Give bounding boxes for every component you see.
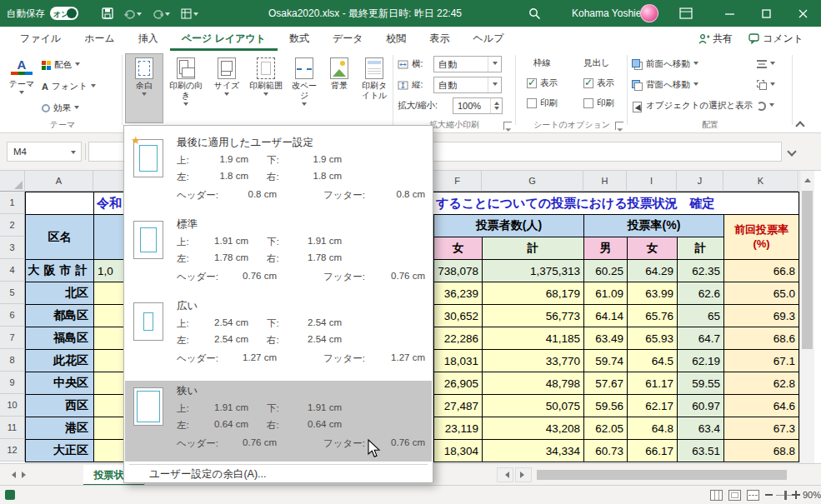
row-header[interactable]: 12 (0, 439, 25, 462)
column-header-J[interactable]: J (677, 171, 723, 192)
selection-pane-button[interactable]: オブジェクトの選択と表示 (632, 97, 753, 115)
cell-district[interactable]: 都島区 (26, 305, 94, 327)
headings-print-checkbox[interactable]: 印刷 (583, 94, 614, 112)
share-button[interactable]: 共有 (698, 27, 733, 51)
cell-value[interactable]: 23,119 (434, 417, 483, 440)
chevron-down-icon[interactable] (488, 77, 501, 92)
header-total[interactable]: 計 (483, 237, 584, 260)
ribbon-tab-insert[interactable]: 挿入 (127, 27, 170, 51)
cell-district[interactable]: 北区 (26, 282, 94, 305)
headings-view-checkbox[interactable]: 表示 (583, 74, 614, 92)
select-all-corner[interactable] (0, 171, 25, 192)
vertical-scrollbar[interactable] (799, 171, 814, 463)
print-area-button[interactable]: 印刷範囲 (247, 53, 285, 123)
page-break-view-button[interactable] (747, 490, 759, 501)
row-header[interactable]: 2 (0, 214, 25, 237)
send-backward-button[interactable]: 背面へ移動 (632, 76, 698, 94)
collapse-ribbon-icon[interactable] (797, 122, 803, 129)
cell-value[interactable]: 64.5 (628, 350, 678, 372)
cell-value[interactable]: 59.55 (678, 372, 724, 395)
cell-value[interactable]: 68.6 (724, 327, 799, 350)
maximize-button[interactable] (748, 0, 784, 27)
column-header-G[interactable]: G (482, 171, 583, 192)
cell-district[interactable]: 中央区 (26, 372, 94, 395)
cell-value[interactable]: 65.76 (628, 305, 678, 327)
scale-height-select[interactable]: 自動 (433, 77, 502, 93)
cell-value[interactable]: 65.0 (724, 282, 799, 305)
margins-button[interactable]: 余白 (125, 53, 163, 123)
unchecked-checkbox-icon[interactable] (527, 98, 537, 108)
avatar[interactable] (640, 4, 658, 22)
header-district[interactable]: 区名 (26, 215, 94, 260)
menu-item-normal[interactable]: 標準 上: 1.91 cm 下: 1.91 cm 左: 1.78 cm 右: 1… (125, 214, 432, 295)
cell-value[interactable]: 33,770 (483, 350, 584, 372)
header-female[interactable]: 女 (628, 237, 678, 260)
column-header-A[interactable]: A (25, 171, 93, 192)
menu-item-wide[interactable]: 広い 上: 2.54 cm 下: 2.54 cm 左: 2.54 cm 右: 2… (125, 296, 432, 377)
column-header-K[interactable]: K (723, 171, 798, 192)
cell-value[interactable]: 63.51 (678, 440, 724, 462)
name-box[interactable]: M4 (7, 142, 82, 162)
hscroll-left-icon[interactable] (497, 467, 513, 482)
orientation-button[interactable]: 印刷の向き (165, 53, 207, 123)
row-header[interactable]: 6 (0, 304, 25, 327)
cell-district[interactable]: 大正区 (26, 440, 94, 462)
cell-value[interactable]: 64.14 (584, 305, 628, 327)
cell[interactable] (26, 192, 94, 215)
zoom-in-button[interactable] (792, 491, 800, 499)
quick-access-button[interactable] (180, 5, 198, 22)
chevron-down-icon[interactable] (488, 57, 501, 72)
cell-district[interactable]: 福島区 (26, 327, 94, 350)
hscroll-right-icon[interactable] (515, 467, 532, 482)
row-header[interactable]: 10 (0, 394, 25, 417)
ribbon-tab-view[interactable]: 表示 (418, 27, 462, 51)
theme-effects-button[interactable]: 効果 (42, 99, 79, 117)
scale-dialog-launcher-icon[interactable] (503, 122, 512, 130)
header-female[interactable]: 女 (434, 237, 483, 260)
menu-item-narrow[interactable]: 狭い 上: 1.91 cm 下: 1.91 cm 左: 0.64 cm 右: 0… (125, 381, 432, 462)
column-header-I[interactable]: I (627, 171, 677, 192)
ribbon-tab-data[interactable]: データ (321, 27, 375, 51)
cell-value[interactable]: 59.74 (584, 350, 628, 372)
cell-value[interactable]: 69.3 (724, 305, 799, 327)
row-header[interactable]: 5 (0, 282, 25, 304)
row-header[interactable]: 9 (0, 372, 25, 394)
cell-value[interactable]: 56,773 (483, 305, 584, 327)
comments-button[interactable]: コメント (748, 27, 803, 51)
cell-value[interactable]: 66.17 (628, 440, 678, 462)
bring-forward-button[interactable]: 前面へ移動 (632, 55, 698, 73)
row-header[interactable]: 3 (0, 237, 25, 259)
menu-item-last-custom[interactable]: 最後に適用したユーザー設定 上: 1.9 cm 下: 1.9 cm 左: 1.8… (125, 132, 432, 213)
size-button[interactable]: サイズ (208, 53, 245, 123)
cell-district[interactable]: 此花区 (26, 350, 94, 372)
cell-value[interactable]: 63.99 (628, 282, 678, 305)
column-header-F[interactable]: F (433, 171, 482, 192)
spinner-arrows-icon[interactable] (490, 98, 502, 113)
cell-value[interactable]: 62.6 (678, 282, 724, 305)
cell-value[interactable]: 57.67 (584, 372, 628, 395)
cell-value[interactable]: 1,375,313 (483, 260, 584, 282)
header-previous-turnout[interactable]: 前回投票率 (%) (724, 215, 799, 260)
cell-value[interactable]: 61.09 (584, 282, 628, 305)
cell-value[interactable]: 64.7 (678, 327, 724, 350)
ribbon-tab-home[interactable]: ホーム (73, 27, 127, 51)
gridlines-print-checkbox[interactable]: 印刷 (527, 94, 558, 112)
cell-value[interactable]: 60.25 (584, 260, 628, 282)
cell-district[interactable]: 港区 (26, 417, 94, 440)
cell-value[interactable]: 64.6 (724, 395, 799, 417)
zoom-slider-thumb[interactable] (784, 491, 787, 500)
row-header[interactable]: 11 (0, 417, 25, 439)
cell-district[interactable]: 西区 (26, 395, 94, 417)
ribbon-tab-help[interactable]: ヘルプ (462, 27, 516, 51)
cell-value[interactable]: 61.17 (628, 372, 678, 395)
cell-value[interactable]: 48,798 (483, 372, 584, 395)
scale-width-select[interactable]: 自動 (433, 56, 502, 72)
row-header[interactable]: 1 (0, 192, 25, 214)
cell-value[interactable]: 62.35 (678, 260, 724, 282)
print-titles-button[interactable]: 印刷タイトル (357, 53, 392, 123)
autosave-toggle[interactable]: オン (50, 7, 78, 20)
cell-value[interactable]: 60.97 (678, 395, 724, 417)
cell-value[interactable]: 60.73 (584, 440, 628, 462)
cell-value[interactable]: 62.8 (724, 372, 799, 395)
sheet-nav-left-icon[interactable] (8, 472, 16, 478)
